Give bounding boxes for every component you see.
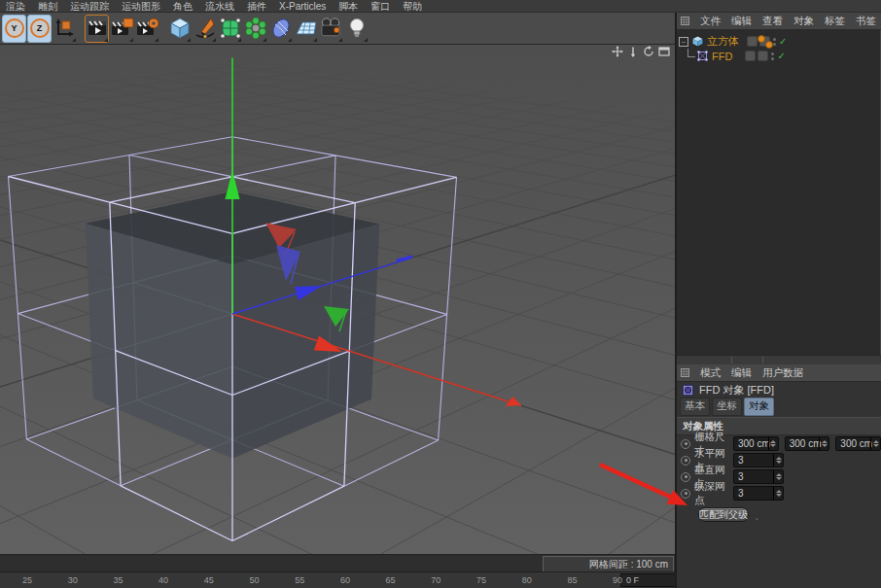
- subdivision-surface-button[interactable]: [218, 15, 242, 43]
- tag-dot-icon[interactable]: [765, 41, 773, 49]
- coordinate-system-button[interactable]: [53, 15, 77, 43]
- stepper-icon[interactable]: [773, 487, 783, 500]
- current-frame-field[interactable]: 0 F ▴▾: [620, 573, 683, 587]
- enabled-checkmark-icon[interactable]: ✓: [779, 36, 787, 47]
- grid-size-y-input[interactable]: 300 cm: [785, 436, 830, 451]
- om-menu-edit[interactable]: 编辑: [731, 15, 752, 28]
- camera-button[interactable]: [319, 15, 343, 43]
- tab-coordinates[interactable]: 坐标: [712, 398, 742, 416]
- om-menu-file[interactable]: 文件: [700, 15, 721, 28]
- menu-item[interactable]: 运动跟踪: [70, 1, 109, 12]
- menu-item[interactable]: 窗口: [370, 1, 390, 12]
- menu-item[interactable]: X-Particles: [279, 1, 326, 12]
- render-view-button[interactable]: [85, 15, 109, 43]
- render-to-picture-viewer-button[interactable]: [110, 15, 134, 43]
- 3d-viewport[interactable]: [0, 45, 676, 554]
- stepper-icon[interactable]: [819, 437, 828, 450]
- object-manager-menubar: 文件 编辑 查看 对象 标签 书签: [677, 13, 881, 30]
- floor-environment-button[interactable]: [294, 15, 318, 43]
- light-bulb-icon: [345, 17, 369, 40]
- deformer-button[interactable]: [243, 15, 267, 43]
- menu-item[interactable]: 流水线: [205, 1, 234, 12]
- timeline-tick[interactable]: 70: [426, 575, 445, 585]
- keyframe-circle-icon[interactable]: [681, 439, 690, 449]
- keyframe-circle-icon[interactable]: [681, 456, 690, 466]
- rotate-view-icon[interactable]: [643, 46, 654, 57]
- stepper-icon[interactable]: [870, 437, 880, 450]
- am-menu-mode[interactable]: 模式: [700, 366, 721, 380]
- am-menu-edit[interactable]: 编辑: [731, 366, 752, 380]
- om-menu-object[interactable]: 对象: [793, 15, 814, 28]
- menu-item[interactable]: 脚本: [338, 1, 358, 12]
- tab-basic[interactable]: 基本: [680, 398, 710, 416]
- y-axis-lock-button[interactable]: Y: [2, 15, 26, 43]
- om-menu-view[interactable]: 查看: [762, 15, 783, 28]
- depth-points-input[interactable]: 3: [733, 486, 784, 501]
- om-menu-bookmark[interactable]: 书签: [856, 15, 876, 28]
- depth-points-row: 纵深网点 3: [677, 485, 881, 502]
- tab-object[interactable]: 对象: [744, 398, 774, 416]
- keyframe-circle-icon[interactable]: [681, 472, 690, 482]
- timeline-tick[interactable]: 65: [381, 575, 401, 585]
- stepper-icon[interactable]: [773, 470, 783, 483]
- pan-view-icon[interactable]: [612, 46, 623, 57]
- match-to-parent-button[interactable]: 匹配到父级: [698, 507, 749, 522]
- expand-toggle-icon[interactable]: –: [679, 37, 688, 47]
- om-menu-tag[interactable]: 标签: [825, 15, 845, 28]
- z-axis-lock-button[interactable]: Z: [27, 15, 52, 43]
- object-name[interactable]: FFD: [712, 51, 732, 62]
- stepper-icon[interactable]: [768, 437, 778, 450]
- tree-elbow: [687, 49, 695, 57]
- timeline-tick[interactable]: 55: [290, 575, 309, 585]
- timeline-tick[interactable]: 60: [335, 575, 355, 585]
- timeline-ruler[interactable]: 0 F ▴▾ 2530354045505560657075808590: [0, 571, 684, 588]
- stepper-icon[interactable]: [773, 454, 783, 467]
- grid-size-x-input[interactable]: 300 cm: [733, 436, 779, 451]
- am-menu-userdata[interactable]: 用户数据: [762, 366, 803, 380]
- panel-menu-icon[interactable]: [681, 368, 689, 377]
- timeline-tick[interactable]: 90: [608, 575, 627, 585]
- timeline-tick[interactable]: 40: [154, 575, 173, 585]
- timeline-tick[interactable]: 45: [199, 575, 219, 585]
- vertical-points-input[interactable]: 3: [733, 469, 784, 484]
- timeline-tick[interactable]: 30: [63, 575, 83, 585]
- attribute-title: FFD 对象 [FFD]: [699, 383, 774, 398]
- timeline-tick[interactable]: 35: [108, 575, 127, 585]
- menu-item[interactable]: 渲染: [6, 1, 25, 12]
- toggle-view-icon[interactable]: [658, 46, 670, 57]
- field-label: 纵深网点: [694, 480, 733, 507]
- zoom-view-icon[interactable]: [627, 46, 639, 57]
- add-primitive-cube-button[interactable]: [167, 15, 192, 43]
- object-row-ffd[interactable]: FFD ✓: [685, 49, 786, 63]
- menu-item[interactable]: 插件: [247, 1, 266, 12]
- render-visibility-toggle[interactable]: [758, 51, 768, 61]
- editor-visibility-toggle[interactable]: [747, 36, 758, 47]
- editor-visibility-toggle[interactable]: [745, 51, 756, 61]
- object-tree[interactable]: – 立方体 ✓ FFD: [677, 30, 881, 355]
- menu-item[interactable]: 帮助: [403, 1, 422, 12]
- horizontal-points-input[interactable]: 3: [733, 453, 784, 467]
- panel-menu-icon[interactable]: [681, 17, 689, 25]
- timeline-tick[interactable]: 80: [517, 575, 537, 585]
- enabled-checkmark-icon[interactable]: ✓: [777, 51, 785, 61]
- visibility-dots[interactable]: [771, 52, 774, 60]
- timeline-tick[interactable]: 75: [472, 575, 491, 585]
- add-spline-pen-button[interactable]: [193, 15, 217, 43]
- field-object-button[interactable]: [268, 15, 293, 43]
- tag-dot-icon[interactable]: [758, 35, 765, 43]
- visibility-dots[interactable]: [773, 38, 776, 46]
- light-button[interactable]: [344, 15, 369, 43]
- viewport-canvas[interactable]: [0, 45, 676, 554]
- timeline-tick[interactable]: 85: [562, 575, 581, 585]
- keyframe-circle-icon[interactable]: [681, 489, 690, 499]
- render-settings-button[interactable]: [135, 15, 159, 43]
- menu-item[interactable]: 运动图形: [122, 1, 160, 12]
- grid-size-z-input[interactable]: 300 cm: [835, 436, 881, 451]
- menu-item[interactable]: 角色: [173, 1, 193, 12]
- menu-item[interactable]: 雕刻: [38, 1, 57, 12]
- timeline-tick[interactable]: 25: [18, 575, 37, 585]
- object-name[interactable]: 立方体: [707, 34, 739, 49]
- viewport-statusbar: 网格间距 : 100 cm: [0, 554, 676, 572]
- object-manager-scrollbar[interactable]: [677, 355, 881, 364]
- timeline-tick[interactable]: 50: [245, 575, 264, 585]
